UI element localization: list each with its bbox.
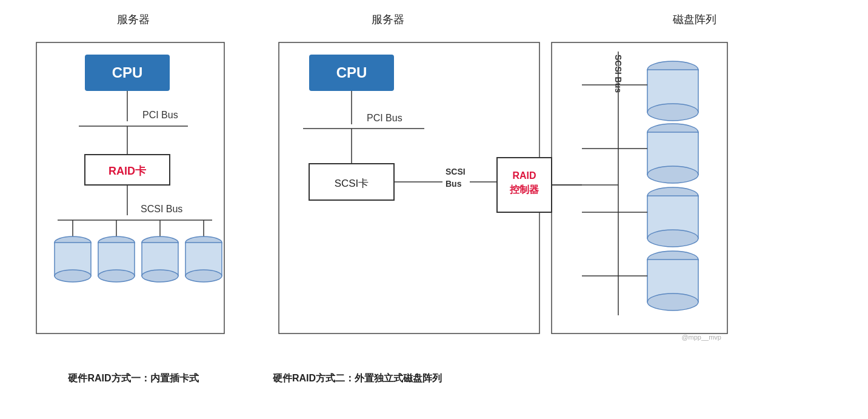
svg-text:Bus: Bus	[446, 179, 462, 189]
svg-text:控制器: 控制器	[509, 184, 539, 195]
svg-text:@mpp__mvp: @mpp__mvp	[681, 334, 721, 341]
svg-point-67	[647, 293, 698, 310]
svg-text:PCI Bus: PCI Bus	[367, 113, 402, 123]
svg-text:CPU: CPU	[112, 64, 143, 81]
left-diagram: 服务器 CPU PCI Bus RAID卡 SCSI Bus	[18, 12, 249, 385]
right-caption: 硬件RAID方式二：外置独立式磁盘阵列	[273, 372, 442, 385]
right-diagram-svg: CPU PCI Bus SCSI卡 SCSI Bus RAID 控制器	[273, 36, 733, 364]
svg-text:SCSI Bus: SCSI Bus	[141, 204, 182, 214]
svg-text:CPU: CPU	[336, 64, 367, 81]
svg-point-24	[142, 270, 178, 282]
svg-text:PCI Bus: PCI Bus	[142, 110, 178, 120]
svg-point-59	[647, 166, 698, 183]
left-caption: 硬件RAID方式一：内置插卡式	[68, 372, 198, 385]
svg-text:SCSI: SCSI	[446, 167, 466, 176]
right-title-server: 服务器	[273, 12, 503, 27]
svg-text:RAID卡: RAID卡	[109, 165, 147, 177]
svg-text:SCSI卡: SCSI卡	[335, 178, 369, 189]
right-title-array: 磁盘阵列	[539, 12, 850, 27]
left-title: 服务器	[18, 12, 249, 27]
right-diagram: 服务器 磁盘阵列 CPU PCI Bus SCSI卡	[273, 12, 850, 385]
svg-point-18	[55, 270, 91, 282]
svg-point-55	[647, 104, 698, 121]
svg-point-21	[98, 270, 135, 282]
svg-point-63	[647, 230, 698, 247]
svg-rect-29	[552, 42, 727, 334]
svg-text:RAID: RAID	[512, 170, 536, 181]
right-titles: 服务器 磁盘阵列	[273, 12, 850, 36]
left-diagram-svg: CPU PCI Bus RAID卡 SCSI Bus	[24, 36, 242, 364]
main-container: 服务器 CPU PCI Bus RAID卡 SCSI Bus	[18, 12, 850, 385]
svg-point-27	[185, 270, 222, 282]
